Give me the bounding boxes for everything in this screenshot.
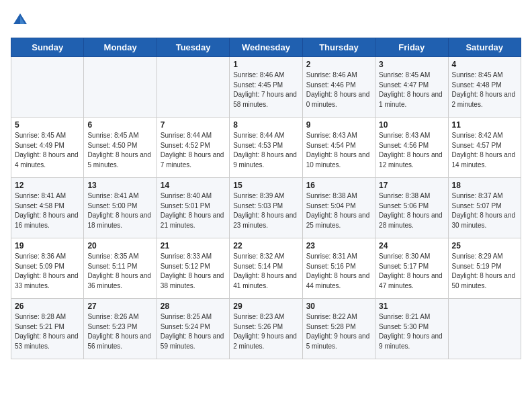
day-number: 30 xyxy=(306,302,371,311)
calendar-cell: 25Sunrise: 8:29 AM Sunset: 5:19 PM Dayli… xyxy=(448,238,521,299)
calendar-cell: 28Sunrise: 8:25 AM Sunset: 5:24 PM Dayli… xyxy=(157,299,229,359)
calendar-cell: 7Sunrise: 8:44 AM Sunset: 4:52 PM Daylig… xyxy=(157,118,229,178)
day-number: 2 xyxy=(306,60,371,69)
day-info: Sunrise: 8:43 AM Sunset: 4:54 PM Dayligh… xyxy=(306,131,371,170)
calendar-cell: 1Sunrise: 8:46 AM Sunset: 4:45 PM Daylig… xyxy=(230,57,302,118)
day-info: Sunrise: 8:45 AM Sunset: 4:48 PM Dayligh… xyxy=(452,71,517,109)
day-info: Sunrise: 8:39 AM Sunset: 5:03 PM Dayligh… xyxy=(233,191,298,230)
day-number: 3 xyxy=(379,60,444,69)
day-number: 18 xyxy=(452,181,517,190)
day-info: Sunrise: 8:35 AM Sunset: 5:11 PM Dayligh… xyxy=(87,252,152,291)
day-info: Sunrise: 8:46 AM Sunset: 4:45 PM Dayligh… xyxy=(233,71,298,109)
day-number: 31 xyxy=(379,302,444,311)
day-number: 19 xyxy=(15,241,80,250)
calendar-cell: 2Sunrise: 8:46 AM Sunset: 4:46 PM Daylig… xyxy=(302,57,375,118)
calendar-cell: 16Sunrise: 8:38 AM Sunset: 5:04 PM Dayli… xyxy=(302,178,375,238)
day-number: 11 xyxy=(452,120,517,130)
calendar-cell: 15Sunrise: 8:39 AM Sunset: 5:03 PM Dayli… xyxy=(230,178,302,238)
day-number: 29 xyxy=(233,302,298,311)
day-info: Sunrise: 8:37 AM Sunset: 5:07 PM Dayligh… xyxy=(452,191,517,230)
weekday-header-sunday: Sunday xyxy=(11,38,84,57)
calendar-cell: 27Sunrise: 8:26 AM Sunset: 5:23 PM Dayli… xyxy=(84,299,157,359)
day-info: Sunrise: 8:30 AM Sunset: 5:17 PM Dayligh… xyxy=(379,252,444,291)
day-info: Sunrise: 8:38 AM Sunset: 5:06 PM Dayligh… xyxy=(379,191,444,230)
calendar-cell: 20Sunrise: 8:35 AM Sunset: 5:11 PM Dayli… xyxy=(84,238,157,299)
day-info: Sunrise: 8:31 AM Sunset: 5:16 PM Dayligh… xyxy=(306,252,371,291)
calendar-table: SundayMondayTuesdayWednesdayThursdayFrid… xyxy=(11,38,521,359)
weekday-row: SundayMondayTuesdayWednesdayThursdayFrid… xyxy=(11,38,521,57)
logo xyxy=(11,11,32,30)
day-info: Sunrise: 8:29 AM Sunset: 5:19 PM Dayligh… xyxy=(452,252,517,291)
day-info: Sunrise: 8:46 AM Sunset: 4:46 PM Dayligh… xyxy=(306,71,371,109)
calendar-cell: 4Sunrise: 8:45 AM Sunset: 4:48 PM Daylig… xyxy=(448,57,521,118)
calendar-cell: 12Sunrise: 8:41 AM Sunset: 4:58 PM Dayli… xyxy=(11,178,84,238)
calendar-cell: 11Sunrise: 8:42 AM Sunset: 4:57 PM Dayli… xyxy=(448,118,521,178)
day-info: Sunrise: 8:41 AM Sunset: 5:00 PM Dayligh… xyxy=(87,191,152,230)
calendar-cell: 10Sunrise: 8:43 AM Sunset: 4:56 PM Dayli… xyxy=(375,118,448,178)
week-row-2: 5Sunrise: 8:45 AM Sunset: 4:49 PM Daylig… xyxy=(11,118,521,178)
day-number: 17 xyxy=(379,181,444,190)
calendar-cell: 29Sunrise: 8:23 AM Sunset: 5:26 PM Dayli… xyxy=(230,299,302,359)
day-number: 22 xyxy=(233,241,298,250)
week-row-3: 12Sunrise: 8:41 AM Sunset: 4:58 PM Dayli… xyxy=(11,178,521,238)
day-info: Sunrise: 8:22 AM Sunset: 5:28 PM Dayligh… xyxy=(306,312,371,351)
calendar-cell: 9Sunrise: 8:43 AM Sunset: 4:54 PM Daylig… xyxy=(302,118,375,178)
day-info: Sunrise: 8:26 AM Sunset: 5:23 PM Dayligh… xyxy=(87,312,152,351)
day-number: 16 xyxy=(306,181,371,190)
page-header xyxy=(11,11,521,30)
day-info: Sunrise: 8:43 AM Sunset: 4:56 PM Dayligh… xyxy=(379,131,444,170)
day-number: 23 xyxy=(306,241,371,250)
day-number: 9 xyxy=(306,120,371,130)
week-row-1: 1Sunrise: 8:46 AM Sunset: 4:45 PM Daylig… xyxy=(11,57,521,118)
calendar-cell: 19Sunrise: 8:36 AM Sunset: 5:09 PM Dayli… xyxy=(11,238,84,299)
day-number: 10 xyxy=(379,120,444,130)
weekday-header-saturday: Saturday xyxy=(448,38,521,57)
day-info: Sunrise: 8:40 AM Sunset: 5:01 PM Dayligh… xyxy=(161,191,226,230)
day-number: 24 xyxy=(379,241,444,250)
calendar-cell: 26Sunrise: 8:28 AM Sunset: 5:21 PM Dayli… xyxy=(11,299,84,359)
day-info: Sunrise: 8:45 AM Sunset: 4:49 PM Dayligh… xyxy=(15,131,80,170)
calendar-cell: 3Sunrise: 8:45 AM Sunset: 4:47 PM Daylig… xyxy=(375,57,448,118)
day-info: Sunrise: 8:28 AM Sunset: 5:21 PM Dayligh… xyxy=(15,312,80,351)
calendar-cell: 5Sunrise: 8:45 AM Sunset: 4:49 PM Daylig… xyxy=(11,118,84,178)
day-info: Sunrise: 8:45 AM Sunset: 4:50 PM Dayligh… xyxy=(87,131,152,170)
day-number: 26 xyxy=(15,302,80,311)
calendar-cell: 13Sunrise: 8:41 AM Sunset: 5:00 PM Dayli… xyxy=(84,178,157,238)
weekday-header-tuesday: Tuesday xyxy=(157,38,229,57)
day-number: 6 xyxy=(87,120,152,130)
calendar-cell: 14Sunrise: 8:40 AM Sunset: 5:01 PM Dayli… xyxy=(157,178,229,238)
day-number: 1 xyxy=(233,60,298,69)
day-number: 27 xyxy=(87,302,152,311)
day-info: Sunrise: 8:32 AM Sunset: 5:14 PM Dayligh… xyxy=(233,252,298,291)
calendar-cell: 22Sunrise: 8:32 AM Sunset: 5:14 PM Dayli… xyxy=(230,238,302,299)
calendar-cell xyxy=(11,57,84,118)
day-info: Sunrise: 8:33 AM Sunset: 5:12 PM Dayligh… xyxy=(161,252,226,291)
weekday-header-wednesday: Wednesday xyxy=(230,38,302,57)
calendar-cell xyxy=(84,57,157,118)
calendar-cell: 17Sunrise: 8:38 AM Sunset: 5:06 PM Dayli… xyxy=(375,178,448,238)
day-number: 12 xyxy=(15,181,80,190)
day-number: 28 xyxy=(161,302,226,311)
day-info: Sunrise: 8:45 AM Sunset: 4:47 PM Dayligh… xyxy=(379,71,444,109)
day-number: 5 xyxy=(15,120,80,130)
calendar-cell: 6Sunrise: 8:45 AM Sunset: 4:50 PM Daylig… xyxy=(84,118,157,178)
day-number: 25 xyxy=(452,241,517,250)
day-number: 13 xyxy=(87,181,152,190)
day-number: 8 xyxy=(233,120,298,130)
day-number: 15 xyxy=(233,181,298,190)
calendar-cell: 21Sunrise: 8:33 AM Sunset: 5:12 PM Dayli… xyxy=(157,238,229,299)
logo-icon xyxy=(11,11,30,30)
calendar-cell: 31Sunrise: 8:21 AM Sunset: 5:30 PM Dayli… xyxy=(375,299,448,359)
calendar-cell: 30Sunrise: 8:22 AM Sunset: 5:28 PM Dayli… xyxy=(302,299,375,359)
day-info: Sunrise: 8:23 AM Sunset: 5:26 PM Dayligh… xyxy=(233,312,298,351)
day-info: Sunrise: 8:44 AM Sunset: 4:53 PM Dayligh… xyxy=(233,131,298,170)
calendar-header: SundayMondayTuesdayWednesdayThursdayFrid… xyxy=(11,38,521,57)
day-info: Sunrise: 8:41 AM Sunset: 4:58 PM Dayligh… xyxy=(15,191,80,230)
calendar-body: 1Sunrise: 8:46 AM Sunset: 4:45 PM Daylig… xyxy=(11,57,521,359)
weekday-header-thursday: Thursday xyxy=(302,38,375,57)
day-info: Sunrise: 8:36 AM Sunset: 5:09 PM Dayligh… xyxy=(15,252,80,291)
day-info: Sunrise: 8:44 AM Sunset: 4:52 PM Dayligh… xyxy=(161,131,226,170)
day-info: Sunrise: 8:38 AM Sunset: 5:04 PM Dayligh… xyxy=(306,191,371,230)
day-info: Sunrise: 8:21 AM Sunset: 5:30 PM Dayligh… xyxy=(379,312,444,351)
week-row-5: 26Sunrise: 8:28 AM Sunset: 5:21 PM Dayli… xyxy=(11,299,521,359)
